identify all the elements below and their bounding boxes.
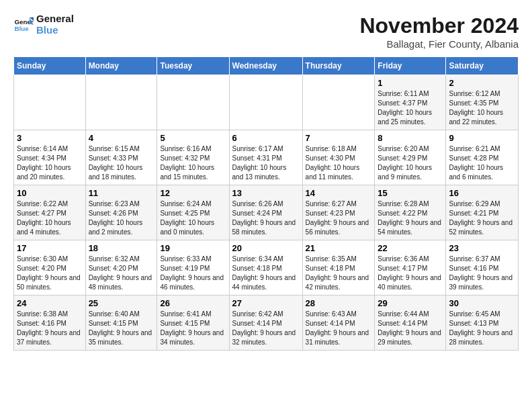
day-info-line: Daylight: 10 hours and 25 minutes. bbox=[378, 108, 443, 127]
day-info-line: Daylight: 10 hours and 13 minutes. bbox=[232, 163, 300, 182]
calendar-cell: 30Sunrise: 6:45 AMSunset: 4:13 PMDayligh… bbox=[446, 295, 519, 351]
day-number: 8 bbox=[378, 133, 443, 143]
day-info-line: Daylight: 9 hours and 50 minutes. bbox=[17, 273, 83, 292]
day-info-line: Sunset: 4:34 PM bbox=[17, 154, 83, 163]
day-number: 28 bbox=[306, 298, 372, 308]
day-info-line: Sunset: 4:35 PM bbox=[449, 99, 515, 108]
day-info-line: Sunrise: 6:26 AM bbox=[232, 199, 300, 209]
day-info-line: Sunset: 4:18 PM bbox=[232, 264, 300, 273]
day-info-line: Sunset: 4:22 PM bbox=[378, 209, 443, 218]
day-number: 12 bbox=[160, 188, 226, 198]
day-info-line: Sunset: 4:26 PM bbox=[89, 209, 154, 218]
day-number: 11 bbox=[89, 188, 154, 198]
calendar-cell: 12Sunrise: 6:24 AMSunset: 4:25 PMDayligh… bbox=[157, 185, 229, 240]
calendar-week: 3Sunrise: 6:14 AMSunset: 4:34 PMDaylight… bbox=[14, 130, 519, 185]
header-row: SundayMondayTuesdayWednesdayThursdayFrid… bbox=[14, 57, 519, 75]
day-info-line: Daylight: 10 hours and 6 minutes. bbox=[449, 163, 515, 182]
svg-text:Blue: Blue bbox=[15, 25, 30, 32]
calendar-table: SundayMondayTuesdayWednesdayThursdayFrid… bbox=[13, 56, 519, 351]
day-info-line: Sunset: 4:15 PM bbox=[160, 319, 226, 328]
day-number: 18 bbox=[89, 243, 154, 253]
day-info-line: Sunrise: 6:45 AM bbox=[449, 310, 515, 319]
day-info-line: Sunset: 4:23 PM bbox=[306, 209, 372, 218]
day-number: 15 bbox=[378, 188, 443, 198]
day-number: 1 bbox=[378, 78, 443, 88]
day-info-line: Sunset: 4:27 PM bbox=[17, 209, 83, 218]
day-info-line: Sunset: 4:28 PM bbox=[449, 154, 515, 163]
day-info-line: Sunset: 4:14 PM bbox=[378, 319, 443, 328]
calendar-cell: 11Sunrise: 6:23 AMSunset: 4:26 PMDayligh… bbox=[85, 185, 157, 240]
day-info-line: Sunset: 4:24 PM bbox=[232, 209, 300, 218]
calendar-cell: 24Sunrise: 6:38 AMSunset: 4:16 PMDayligh… bbox=[14, 295, 86, 351]
day-number: 3 bbox=[17, 133, 83, 143]
day-info-line: Sunrise: 6:23 AM bbox=[89, 199, 154, 209]
day-info-line: Sunrise: 6:16 AM bbox=[160, 144, 226, 154]
day-info-line: Sunrise: 6:35 AM bbox=[306, 255, 372, 264]
day-info-line: Sunrise: 6:41 AM bbox=[160, 310, 226, 319]
day-info-line: Sunrise: 6:22 AM bbox=[17, 199, 83, 209]
day-info-line: Sunset: 4:13 PM bbox=[449, 319, 515, 328]
day-info-line: Daylight: 10 hours and 15 minutes. bbox=[160, 163, 226, 182]
calendar-cell: 16Sunrise: 6:29 AMSunset: 4:21 PMDayligh… bbox=[446, 185, 519, 240]
calendar-cell: 4Sunrise: 6:15 AMSunset: 4:33 PMDaylight… bbox=[85, 130, 157, 185]
calendar-cell: 15Sunrise: 6:28 AMSunset: 4:22 PMDayligh… bbox=[375, 185, 446, 240]
day-info-line: Daylight: 9 hours and 42 minutes. bbox=[306, 273, 372, 292]
day-info-line: Daylight: 9 hours and 46 minutes. bbox=[160, 273, 226, 292]
calendar-week: 1Sunrise: 6:11 AMSunset: 4:37 PMDaylight… bbox=[14, 75, 519, 130]
calendar-week: 17Sunrise: 6:30 AMSunset: 4:20 PMDayligh… bbox=[14, 240, 519, 295]
day-info-line: Daylight: 9 hours and 44 minutes. bbox=[232, 273, 300, 292]
calendar-cell: 22Sunrise: 6:36 AMSunset: 4:17 PMDayligh… bbox=[375, 240, 446, 295]
day-info-line: Sunrise: 6:38 AM bbox=[17, 310, 83, 319]
calendar-cell bbox=[229, 75, 302, 130]
day-info-line: Daylight: 9 hours and 58 minutes. bbox=[232, 218, 300, 237]
day-info-line: Sunrise: 6:15 AM bbox=[89, 144, 154, 154]
calendar-cell: 3Sunrise: 6:14 AMSunset: 4:34 PMDaylight… bbox=[14, 130, 86, 185]
day-number: 21 bbox=[306, 243, 372, 253]
calendar-cell: 13Sunrise: 6:26 AMSunset: 4:24 PMDayligh… bbox=[229, 185, 302, 240]
day-number: 4 bbox=[89, 133, 154, 143]
day-info-line: Sunrise: 6:21 AM bbox=[449, 144, 515, 154]
day-info-line: Sunrise: 6:12 AM bbox=[449, 89, 515, 99]
day-info-line: Sunset: 4:33 PM bbox=[89, 154, 154, 163]
day-info-line: Sunrise: 6:24 AM bbox=[160, 199, 226, 209]
day-info-line: Daylight: 10 hours and 9 minutes. bbox=[378, 163, 443, 182]
day-number: 26 bbox=[160, 298, 226, 308]
header: General Blue General Blue November 2024 … bbox=[13, 13, 519, 50]
calendar-cell: 2Sunrise: 6:12 AMSunset: 4:35 PMDaylight… bbox=[446, 75, 519, 130]
calendar-cell: 21Sunrise: 6:35 AMSunset: 4:18 PMDayligh… bbox=[302, 240, 375, 295]
calendar-cell: 20Sunrise: 6:34 AMSunset: 4:18 PMDayligh… bbox=[229, 240, 302, 295]
calendar-cell: 1Sunrise: 6:11 AMSunset: 4:37 PMDaylight… bbox=[375, 75, 446, 130]
day-info-line: Daylight: 10 hours and 2 minutes. bbox=[89, 218, 154, 237]
day-info-line: Daylight: 9 hours and 56 minutes. bbox=[306, 218, 372, 237]
day-header: Saturday bbox=[446, 57, 519, 75]
calendar-cell bbox=[85, 75, 157, 130]
day-info-line: Sunrise: 6:30 AM bbox=[17, 255, 83, 264]
day-number: 2 bbox=[449, 78, 515, 88]
day-info-line: Sunrise: 6:33 AM bbox=[160, 255, 226, 264]
day-info-line: Sunrise: 6:11 AM bbox=[378, 89, 443, 99]
day-info-line: Daylight: 9 hours and 34 minutes. bbox=[160, 328, 226, 347]
day-info-line: Sunset: 4:17 PM bbox=[378, 264, 443, 273]
day-info-line: Daylight: 9 hours and 29 minutes. bbox=[378, 328, 443, 347]
subtitle: Ballagat, Fier County, Albania bbox=[359, 38, 519, 50]
day-number: 23 bbox=[449, 243, 515, 253]
day-info-line: Daylight: 9 hours and 32 minutes. bbox=[232, 328, 300, 347]
day-info-line: Sunset: 4:16 PM bbox=[449, 264, 515, 273]
calendar-cell bbox=[14, 75, 86, 130]
day-info-line: Sunset: 4:37 PM bbox=[378, 99, 443, 108]
calendar-cell bbox=[302, 75, 375, 130]
logo-line2: Blue bbox=[36, 25, 74, 36]
day-info-line: Sunrise: 6:29 AM bbox=[449, 199, 515, 209]
logo: General Blue General Blue bbox=[13, 13, 74, 36]
title-area: November 2024 Ballagat, Fier County, Alb… bbox=[359, 13, 519, 50]
day-number: 7 bbox=[306, 133, 372, 143]
day-number: 30 bbox=[449, 298, 515, 308]
day-info-line: Sunset: 4:29 PM bbox=[378, 154, 443, 163]
day-number: 13 bbox=[232, 188, 300, 198]
day-info-line: Daylight: 10 hours and 18 minutes. bbox=[89, 163, 154, 182]
day-info-line: Daylight: 9 hours and 35 minutes. bbox=[89, 328, 154, 347]
day-info-line: Sunrise: 6:40 AM bbox=[89, 310, 154, 319]
calendar-cell: 18Sunrise: 6:32 AMSunset: 4:20 PMDayligh… bbox=[85, 240, 157, 295]
day-info-line: Sunset: 4:31 PM bbox=[232, 154, 300, 163]
day-info-line: Sunrise: 6:14 AM bbox=[17, 144, 83, 154]
